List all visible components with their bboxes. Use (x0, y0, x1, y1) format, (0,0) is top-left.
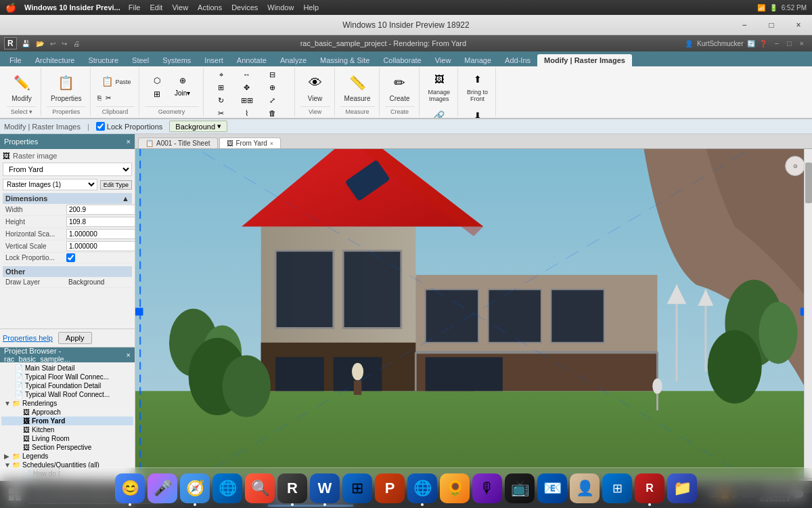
offset-button[interactable]: ↔ (235, 69, 259, 81)
redo-icon[interactable]: ↪ (60, 39, 69, 48)
trim-button[interactable]: ✂ (209, 108, 233, 119)
apply-button[interactable]: Apply (58, 332, 92, 344)
enable-snaps-button[interactable]: 🔗 EnableSnaps (426, 106, 452, 119)
tab-architecture[interactable]: Architecture (28, 54, 82, 66)
dock-revit-logo[interactable]: R (635, 473, 664, 503)
tab-steel[interactable]: Steel (125, 54, 156, 66)
tab-annotate[interactable]: Annotate (230, 54, 273, 66)
geometry-btn1[interactable]: ⬡ (145, 75, 169, 87)
manage-images-button[interactable]: 🖼 ManageImages (425, 69, 454, 104)
undo-icon[interactable]: ↩ (48, 39, 58, 48)
tab-modify-raster[interactable]: Modify | Raster Images (537, 54, 632, 66)
modify-button[interactable]: ✏️ Modify (7, 69, 37, 105)
tab-manage[interactable]: Manage (457, 54, 498, 66)
background-button[interactable]: Background ▾ (169, 121, 227, 132)
dock-ie[interactable]: 🌐 (407, 473, 437, 503)
tab-from-yard[interactable]: 🖼 From Yard × (219, 137, 281, 148)
lock-proportions-label[interactable]: Lock Proportions (96, 122, 163, 131)
mac-menu-file[interactable]: File (129, 3, 141, 12)
properties-help-link[interactable]: Properties help (3, 334, 53, 342)
create-btn[interactable]: ✏ Create (385, 69, 415, 105)
tab-close-button[interactable]: × (270, 140, 273, 147)
tab-file[interactable]: File (3, 54, 28, 66)
raster-images-selector[interactable]: Raster Images (1) (3, 179, 97, 190)
align-button[interactable]: ⌖ (209, 69, 233, 81)
mirror-h[interactable]: ⊞ (209, 82, 233, 93)
dock-revit-r[interactable]: R (277, 473, 307, 503)
mac-menu-view[interactable]: View (172, 3, 188, 12)
properties-button[interactable]: 📋 Properties (47, 69, 86, 105)
height-input[interactable] (66, 217, 135, 227)
open-icon[interactable]: 📂 (34, 39, 46, 48)
mac-menu-edit[interactable]: Edit (150, 3, 162, 12)
tab-insert[interactable]: Insert (198, 54, 230, 66)
type-value-selector[interactable]: From Yard (3, 163, 132, 176)
rendering-viewport[interactable]: ⊙ (135, 149, 812, 478)
tab-add-ins[interactable]: Add-Ins (498, 54, 537, 66)
copy-modify[interactable]: ⊕ (261, 82, 285, 93)
tree-item-main-stair[interactable]: 📄 Main Stair Detail (1, 364, 133, 373)
tree-toggle-icon[interactable]: ▼ (4, 400, 12, 407)
bring-to-front-button[interactable]: ⬆ Bring toFront (464, 69, 491, 104)
tree-item-living-room[interactable]: 🖼 Living Room (1, 434, 133, 443)
dock-word[interactable]: W (310, 473, 340, 503)
tab-analyze[interactable]: Analyze (273, 54, 313, 66)
lock-prop-checkbox[interactable] (66, 253, 75, 262)
tab-view[interactable]: View (428, 54, 458, 66)
dock-windows[interactable]: ⊞ (342, 473, 372, 503)
scrollbar-thumb[interactable] (805, 163, 812, 203)
tab-structure[interactable]: Structure (81, 54, 125, 66)
dimensions-section-header[interactable]: Dimensions ▲ (3, 193, 132, 204)
tree-item-from-yard[interactable]: 🖼 From Yard (1, 417, 133, 425)
array-button[interactable]: ⊞⊞ (235, 95, 259, 106)
dock-siri[interactable]: 🎤 (148, 473, 177, 503)
h-scale-input[interactable] (66, 229, 135, 239)
dock-edge[interactable]: 🌐 (212, 473, 242, 503)
tab-massing-site[interactable]: Massing & Site (313, 54, 376, 66)
measure-btn[interactable]: 📏 Measure (340, 69, 375, 105)
dock-tv[interactable]: 📺 (505, 473, 535, 503)
dock-safari[interactable]: 🧭 (180, 473, 210, 503)
scale-button[interactable]: ⤢ (261, 95, 285, 106)
tree-item-legends[interactable]: ▶ 📁 Legends (1, 452, 133, 461)
v-scale-input[interactable] (66, 241, 135, 251)
mac-menu-help[interactable]: Help (303, 3, 319, 12)
tab-collaborate[interactable]: Collaborate (376, 54, 428, 66)
dock-podcast[interactable]: 🎙 (472, 473, 502, 503)
tree-item-floor-wall[interactable]: 📄 Typical Floor Wall Connec... (1, 373, 133, 381)
tree-item-approach[interactable]: 🖼 Approach (1, 408, 133, 417)
dock-search[interactable]: 🔍 (245, 473, 275, 503)
project-browser-close-button[interactable]: × (127, 351, 131, 359)
dock-powerpoint[interactable]: P (375, 473, 405, 503)
apple-icon[interactable]: 🍎 (5, 3, 16, 13)
dock-photos[interactable]: 🌻 (440, 473, 470, 503)
split-button[interactable]: ⌇ (235, 108, 259, 119)
save-icon[interactable]: 💾 (20, 39, 32, 48)
close-btn[interactable]: × (796, 39, 808, 47)
maximize-btn[interactable]: □ (783, 39, 796, 47)
dock-outlook[interactable]: 📧 (537, 473, 567, 503)
edit-type-button[interactable]: Edit Type (100, 180, 132, 190)
lock-proportions-checkbox[interactable] (96, 122, 105, 131)
navigation-cube[interactable]: ⊙ (785, 156, 805, 176)
viewport-scrollbar[interactable] (804, 149, 812, 478)
properties-close-button[interactable]: × (127, 137, 131, 146)
delete-button[interactable]: 🗑 (261, 108, 285, 119)
tree-toggle-icon[interactable]: ▶ (4, 452, 12, 460)
tree-item-foundation[interactable]: 📄 Typical Foundation Detail (1, 381, 133, 390)
tree-item-kitchen[interactable]: 🖼 Kitchen (1, 425, 133, 434)
geometry-btn2[interactable]: ⊕ (171, 75, 195, 87)
window-close-button[interactable]: × (785, 15, 812, 35)
window-minimize-button[interactable]: − (731, 15, 758, 35)
sync-icon[interactable]: 🔄 (747, 40, 755, 47)
tree-item-renderings[interactable]: ▼ 📁 Renderings (1, 399, 133, 408)
mirror-v[interactable]: ⊟ (261, 69, 285, 81)
tab-title-sheet[interactable]: 📋 A001 - Title Sheet (138, 137, 218, 148)
window-maximize-button[interactable]: □ (758, 15, 785, 35)
paste-button[interactable]: 📋 Paste (96, 71, 135, 91)
mac-menu-devices[interactable]: Devices (231, 3, 258, 12)
dock-user[interactable]: 👤 (570, 473, 600, 503)
geometry-btn3[interactable]: ⊞ (145, 88, 169, 100)
minimize-btn[interactable]: − (770, 39, 782, 47)
join-button[interactable]: Join▾ (171, 88, 195, 100)
